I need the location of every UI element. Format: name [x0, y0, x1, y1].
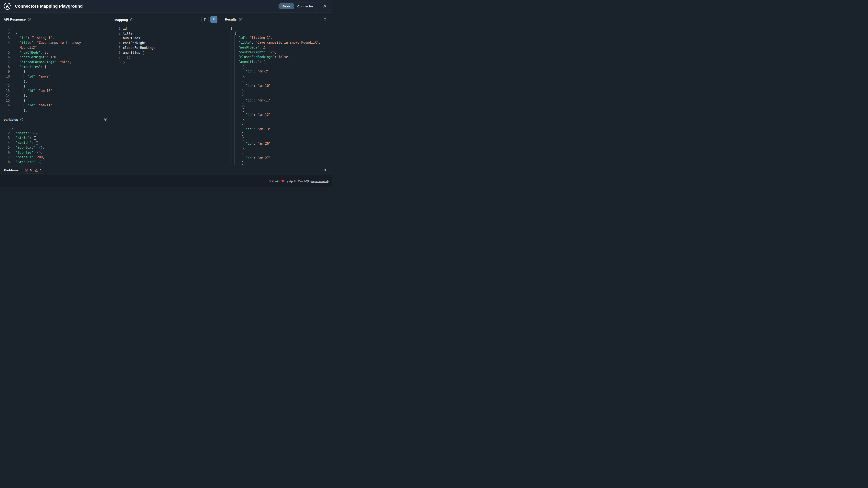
indent-guide [16, 93, 20, 98]
indent-guide [235, 107, 238, 112]
line-number: 1 [115, 26, 121, 31]
code-line: 7"$status": 200, [4, 155, 111, 160]
line-content: { [230, 79, 244, 84]
code-line: 8"amenities": [ [4, 65, 111, 69]
code-line: 9{ [4, 69, 111, 74]
generate-mapping-button[interactable] [210, 16, 217, 23]
line-number: 5 [115, 45, 121, 51]
code-line: "id": "am-10" [230, 84, 332, 88]
indent-guide [235, 55, 238, 60]
footer-text-suffix: ) [328, 180, 329, 183]
indent-guide [12, 150, 16, 155]
line-number: 8 [115, 60, 121, 65]
indent-guide [230, 40, 235, 45]
footer-text-middle: by Apollo GraphQL ( [285, 180, 311, 183]
line-content: "id": "am-2" [230, 69, 269, 74]
line-content: numOfBeds [123, 36, 140, 41]
line-content: "id": "am-11" [230, 98, 271, 103]
indent-guide [12, 65, 16, 69]
line-content: "$args": {}, [12, 131, 39, 136]
mode-option-basic[interactable]: Basic [279, 3, 294, 9]
line-content: "id": "am-13" [230, 127, 271, 132]
results-viewer: [{"id": "listing-1","title": "Cave camps… [221, 26, 332, 165]
info-icon[interactable] [239, 18, 242, 21]
line-content: "$config": {}, [12, 150, 42, 155]
line-content: }, [230, 117, 246, 122]
line-content: "id": "am-2" [12, 74, 51, 79]
indent-guide [12, 131, 16, 136]
indent-guide [230, 60, 235, 64]
indent-guide [12, 155, 16, 160]
theme-toggle-button[interactable] [321, 2, 329, 10]
info-icon[interactable] [28, 18, 31, 21]
heart-icon [281, 180, 284, 183]
sun-icon [323, 4, 327, 8]
info-icon[interactable] [20, 118, 23, 121]
copy-mapping-button[interactable] [201, 16, 209, 23]
line-number: 3 [115, 36, 121, 41]
indent-guide [238, 98, 242, 103]
indent-guide [230, 132, 235, 136]
warning-count: 0 [40, 168, 41, 172]
code-line: MoundiiX", [4, 45, 111, 50]
indent-guide [20, 89, 24, 93]
line-number: 6 [4, 55, 10, 60]
line-number: 7 [4, 60, 10, 65]
indent-guide [242, 69, 246, 74]
indent-guide [230, 79, 235, 84]
code-line: { [230, 151, 332, 156]
line-number: 6 [115, 51, 121, 55]
info-icon[interactable] [130, 18, 133, 22]
indent-guide [235, 69, 238, 74]
indent-guide [230, 98, 235, 103]
code-line: 1[ [4, 26, 111, 31]
indent-guide [16, 69, 20, 74]
indent-guide [230, 127, 235, 132]
variables-editor[interactable]: 1{2"$args": {},3"$this": {},4"$batch": {… [0, 126, 111, 165]
indent-guide [230, 55, 235, 60]
line-content: "id": "listing-1", [230, 35, 273, 40]
code-line: "numOfBeds": 2, [230, 45, 332, 50]
line-content: { [230, 122, 244, 127]
indent-guide [230, 64, 235, 69]
code-line: 6"$config": {}, [4, 150, 111, 155]
indent-guide [230, 122, 235, 127]
indent-guide [242, 141, 246, 146]
code-line: 4"$batch": {}, [4, 140, 111, 145]
line-content: { [230, 136, 244, 141]
line-number: 2 [115, 31, 121, 36]
line-number: 14 [4, 93, 10, 98]
indent-guide [20, 98, 24, 103]
mode-option-connector[interactable]: Connector [294, 3, 316, 9]
chevron-double-right-icon[interactable] [323, 18, 327, 21]
problems-counts: 0 0 [22, 167, 44, 173]
indent-guide [16, 40, 20, 45]
indent-guide [235, 103, 238, 107]
line-content: "$this": {}, [12, 135, 39, 140]
code-line: 7"closedForBookings": false, [4, 60, 111, 65]
mapping-editor[interactable]: 1id2title3numOfBeds4costPerNight5closedF… [111, 26, 221, 65]
code-line: 4"title": "Cave campsite in snowy [4, 40, 111, 45]
line-content: { [230, 31, 236, 36]
line-content: }, [230, 88, 246, 93]
code-line: 5closedForBookings [115, 45, 221, 51]
line-number: 8 [4, 65, 10, 69]
code-line: 6amenities { [115, 51, 221, 55]
indent-guide [230, 45, 235, 50]
indent-guide [20, 69, 24, 74]
api-response-editor[interactable]: 1[2{3"id": "listing-1",4"title": "Cave c… [0, 26, 111, 113]
code-line: }, [230, 146, 332, 151]
code-line: "title": "Cave campsite in snowy Moundii… [230, 40, 332, 45]
indent-guide [235, 117, 238, 122]
indent-guide [16, 65, 20, 69]
chevron-double-up-icon[interactable] [323, 169, 327, 172]
chevron-double-down-icon[interactable] [104, 118, 107, 121]
indent-guide [238, 146, 242, 151]
indent-guide [16, 79, 20, 84]
experimental-link[interactable]: experimental [311, 180, 328, 183]
indent-guide [12, 45, 16, 50]
line-content: costPerNight [123, 41, 146, 45]
indent-guide [238, 69, 242, 74]
indent-guide [230, 117, 235, 122]
indent-guide [238, 136, 242, 141]
